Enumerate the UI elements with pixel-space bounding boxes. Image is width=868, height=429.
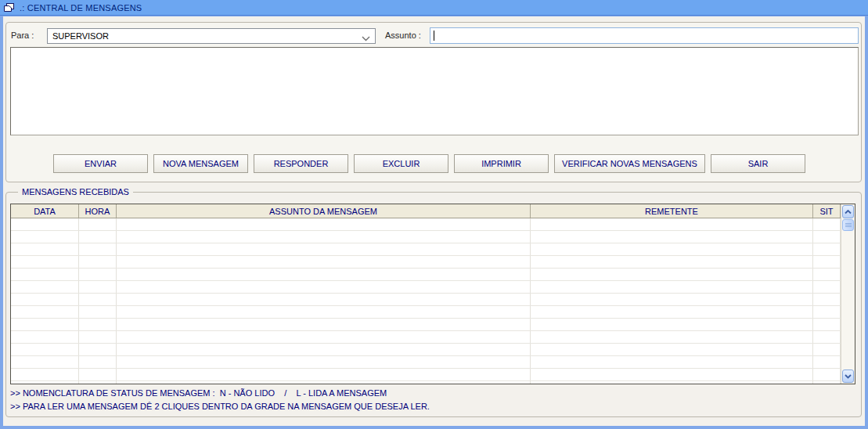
para-select[interactable]: SUPERVISOR: [47, 28, 376, 44]
table-cell: [531, 369, 813, 380]
chevron-up-icon: [845, 210, 852, 214]
table-cell: [531, 218, 813, 230]
table-row[interactable]: [11, 281, 841, 294]
excluir-button[interactable]: EXCLUIR: [354, 154, 448, 173]
table-cell: [79, 294, 117, 305]
table-cell: [11, 281, 79, 293]
table-row[interactable]: [11, 243, 841, 256]
table-cell: [11, 331, 79, 343]
titlebar: .: CENTRAL DE MENSAGENS: [0, 0, 868, 16]
message-body-input[interactable]: [10, 47, 859, 135]
table-cell: [117, 306, 531, 318]
assunto-label: Assunto :: [385, 31, 421, 40]
chevron-down-icon: [845, 374, 852, 379]
table-cell: [531, 231, 813, 243]
table-cell: [117, 243, 531, 255]
table-cell: [813, 356, 841, 368]
table-cell: [531, 306, 813, 318]
table-row[interactable]: [11, 331, 841, 344]
table-cell: [117, 294, 531, 305]
table-cell: [531, 319, 813, 330]
window-title: .: CENTRAL DE MENSAGENS: [20, 3, 142, 13]
table-row[interactable]: [11, 369, 841, 381]
table-cell: [11, 356, 79, 368]
table-cell: [117, 269, 531, 280]
scroll-down-button[interactable]: [842, 370, 854, 383]
column-header-sit: SIT: [813, 204, 841, 218]
table-cell: [79, 218, 117, 230]
table-cell: [813, 294, 841, 305]
table-cell: [117, 381, 531, 384]
table-cell: [531, 331, 813, 343]
table-header-row: DATAHORAASSUNTO DA MENSAGEMREMETENTESIT: [11, 204, 841, 218]
table-cell: [531, 344, 813, 355]
column-header-assunto-da-mensagem: ASSUNTO DA MENSAGEM: [117, 204, 531, 218]
table-cell: [79, 306, 117, 318]
table-cell: [531, 269, 813, 280]
table-cell: [813, 256, 841, 268]
chevron-down-icon: [362, 34, 370, 39]
column-header-data: DATA: [11, 204, 79, 218]
table-cell: [79, 231, 117, 243]
table-cell: [79, 331, 117, 343]
sair-button[interactable]: SAIR: [711, 154, 805, 173]
table-cell: [117, 369, 531, 380]
table-cell: [117, 344, 531, 355]
table-cell: [11, 256, 79, 268]
table-cell: [79, 381, 117, 384]
table-body[interactable]: [11, 218, 841, 384]
table-cell: [79, 256, 117, 268]
scroll-up-button[interactable]: [842, 205, 854, 218]
table-cell: [11, 344, 79, 355]
table-cell: [531, 256, 813, 268]
table-cell: [11, 381, 79, 384]
table-cell: [79, 243, 117, 255]
table-cell: [11, 231, 79, 243]
messages-table[interactable]: DATAHORAASSUNTO DA MENSAGEMREMETENTESIT: [10, 204, 855, 384]
vertical-scrollbar[interactable]: [841, 204, 855, 384]
table-cell: [531, 281, 813, 293]
verificar-novas-mensagens-button[interactable]: VERIFICAR NOVAS MENSAGENS: [554, 154, 705, 173]
table-row[interactable]: [11, 319, 841, 331]
read-instruction-note: >> PARA LER UMA MENSAGEM DÊ 2 CLIQUES DE…: [10, 402, 430, 411]
table-cell: [813, 218, 841, 230]
responder-button[interactable]: RESPONDER: [254, 154, 348, 173]
table-cell: [11, 369, 79, 380]
table-cell: [531, 243, 813, 255]
table-cell: [11, 319, 79, 330]
para-selected-value: SUPERVISOR: [52, 31, 362, 41]
table-row[interactable]: [11, 294, 841, 306]
para-label: Para :: [11, 31, 34, 40]
imprimir-button[interactable]: IMPRIMIR: [454, 154, 549, 173]
assunto-input[interactable]: [430, 27, 859, 44]
table-cell: [79, 281, 117, 293]
enviar-button[interactable]: ENVIAR: [53, 154, 148, 173]
table-cell: [79, 269, 117, 280]
table-cell: [813, 243, 841, 255]
table-row[interactable]: [11, 344, 841, 356]
table-cell: [531, 294, 813, 305]
button-row: ENVIARNOVA MENSAGEMRESPONDEREXCLUIRIMPRI…: [53, 154, 805, 173]
table-row[interactable]: [11, 356, 841, 369]
scroll-track[interactable]: [841, 231, 855, 369]
table-cell: [531, 356, 813, 368]
table-cell: [813, 231, 841, 243]
scroll-thumb[interactable]: [842, 219, 854, 231]
messages-table-content: DATAHORAASSUNTO DA MENSAGEMREMETENTESIT: [11, 204, 841, 384]
inbox-group-label: MENSAGENS RECEBIDAS: [18, 187, 133, 196]
table-cell: [813, 381, 841, 384]
table-row[interactable]: [11, 269, 841, 281]
table-row[interactable]: [11, 256, 841, 269]
table-cell: [79, 369, 117, 380]
table-cell: [813, 281, 841, 293]
table-cell: [11, 243, 79, 255]
table-row[interactable]: [11, 306, 841, 319]
table-cell: [117, 231, 531, 243]
column-header-remetente: REMETENTE: [531, 204, 813, 218]
table-cell: [813, 306, 841, 318]
table-row[interactable]: [11, 218, 841, 231]
table-row[interactable]: [11, 381, 841, 384]
table-row[interactable]: [11, 231, 841, 243]
table-cell: [813, 319, 841, 330]
nova-mensagem-button[interactable]: NOVA MENSAGEM: [153, 154, 248, 173]
